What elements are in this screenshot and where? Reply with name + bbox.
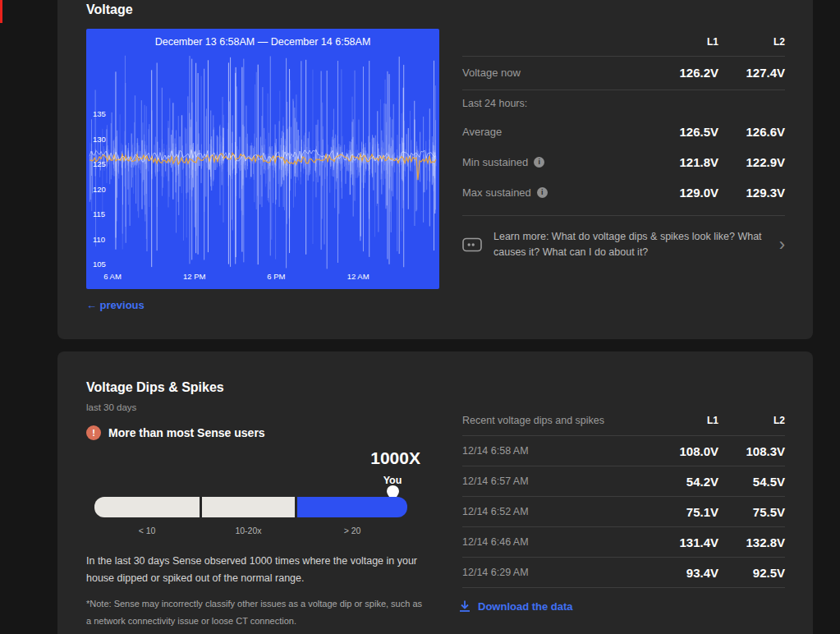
min-sustained-row: Min sustained i 121.8V 122.9V xyxy=(462,152,785,172)
range-label-high: > 20 xyxy=(297,526,407,535)
screen-edge-marker xyxy=(0,0,2,23)
voltage-now-label: Voltage now xyxy=(462,67,649,79)
svg-text:6 AM: 6 AM xyxy=(103,272,122,281)
dip-l1: 93.4V xyxy=(649,566,718,580)
download-data-link[interactable]: Download the data xyxy=(458,600,573,613)
l1-column-header: L1 xyxy=(649,415,718,426)
range-bar-segment xyxy=(94,497,200,517)
divider xyxy=(462,56,785,57)
min-sustained-label: Min sustained i xyxy=(462,156,649,168)
dip-row: 12/14 6:58 AM 108.0V 108.3V xyxy=(462,440,785,462)
divider xyxy=(462,435,785,436)
recent-dips-header-row: Recent voltage dips and spikes L1 L2 xyxy=(462,415,785,426)
recent-dips-header-label: Recent voltage dips and spikes xyxy=(462,415,649,426)
recent-dips-panel: Recent voltage dips and spikes L1 L2 12/… xyxy=(462,351,785,634)
dips-spikes-card: Voltage Dips & Spikes last 30 days ! Mor… xyxy=(57,351,813,634)
dip-l2: 54.5V xyxy=(718,475,785,489)
dip-time: 12/14 6:52 AM xyxy=(462,506,649,517)
svg-text:125: 125 xyxy=(93,159,106,168)
learn-more-text: Learn more: What do voltage dips & spike… xyxy=(493,229,768,261)
info-icon[interactable]: i xyxy=(534,157,544,168)
dip-row: 12/14 6:52 AM 75.1V 75.5V xyxy=(462,501,785,522)
last-24-hours-label: Last 24 hours: xyxy=(462,98,527,109)
dip-l1: 108.0V xyxy=(649,444,718,458)
previous-link[interactable]: ← previous xyxy=(86,299,145,311)
divider xyxy=(462,526,785,527)
dip-count-value: 1000X xyxy=(256,448,420,468)
learn-more-icon xyxy=(462,237,482,253)
divider xyxy=(462,215,785,216)
average-l2: 126.6V xyxy=(718,125,785,139)
learn-more-row[interactable]: Learn more: What do voltage dips & spike… xyxy=(462,229,785,261)
min-sustained-l1: 121.8V xyxy=(649,155,718,169)
range-bar-segment xyxy=(202,497,295,517)
l2-column-header: L2 xyxy=(718,415,785,426)
voltage-stats-panel: L1 L2 Voltage now 126.2V 127.4V Last 24 … xyxy=(462,0,785,339)
dips-note: *Note: Sense may incorrectly classify ot… xyxy=(86,595,427,630)
max-sustained-l1: 129.0V xyxy=(649,186,718,200)
dip-time: 12/14 6:29 AM xyxy=(462,567,649,578)
comparison-badge-text: More than most Sense users xyxy=(108,426,265,439)
dip-l1: 131.4V xyxy=(649,535,718,549)
warning-icon: ! xyxy=(86,425,101,440)
dips-card-subtitle: last 30 days xyxy=(86,402,136,412)
range-label-mid: 10-20x xyxy=(202,526,295,535)
svg-text:12 PM: 12 PM xyxy=(183,272,206,281)
min-sustained-label-text: Min sustained xyxy=(462,156,528,168)
voltage-card: Voltage December 13 6:58AM — December 14… xyxy=(57,0,813,339)
voltage-now-l1: 126.2V xyxy=(649,66,718,80)
max-sustained-l2: 129.3V xyxy=(718,186,785,200)
dip-l1: 54.2V xyxy=(649,475,718,489)
voltage-now-l2: 127.4V xyxy=(718,66,785,80)
voltage-now-row: Voltage now 126.2V 127.4V xyxy=(462,62,785,82)
l2-column-header: L2 xyxy=(718,36,785,48)
stats-header-row: L1 L2 xyxy=(462,36,785,48)
dip-l2: 108.3V xyxy=(718,444,785,458)
average-row: Average 126.5V 126.6V xyxy=(462,122,785,141)
voltage-card-title: Voltage xyxy=(86,2,133,17)
chevron-right-icon: › xyxy=(779,236,785,254)
divider xyxy=(462,90,785,90)
dip-l2: 75.5V xyxy=(718,505,785,519)
min-sustained-l2: 122.9V xyxy=(718,155,785,169)
voltage-chart[interactable]: December 13 6:58AM — December 14 6:58AM1… xyxy=(86,29,439,289)
divider xyxy=(462,557,785,558)
dips-card-title: Voltage Dips & Spikes xyxy=(86,380,224,395)
svg-text:December 13 6:58AM — December: December 13 6:58AM — December 14 6:58AM xyxy=(155,36,371,48)
dips-description: In the last 30 days Sense observed 1000 … xyxy=(86,553,427,589)
svg-text:105: 105 xyxy=(93,260,106,269)
dip-row: 12/14 6:29 AM 93.4V 92.5V xyxy=(462,562,785,583)
dip-l1: 75.1V xyxy=(649,505,718,519)
max-sustained-label-text: Max sustained xyxy=(462,186,531,199)
l1-column-header: L1 xyxy=(649,36,718,48)
page: Voltage December 13 6:58AM — December 14… xyxy=(0,0,840,634)
svg-text:110: 110 xyxy=(93,235,105,244)
dip-row: 12/14 6:57 AM 54.2V 54.5V xyxy=(462,471,785,492)
dip-time: 12/14 6:46 AM xyxy=(462,536,649,548)
max-sustained-label: Max sustained i xyxy=(462,186,649,199)
dip-l2: 132.8V xyxy=(718,535,785,549)
divider xyxy=(462,466,785,466)
svg-text:120: 120 xyxy=(93,185,106,194)
info-icon[interactable]: i xyxy=(537,187,548,198)
comparison-range-bar xyxy=(94,497,407,517)
divider xyxy=(462,496,785,497)
svg-text:6 PM: 6 PM xyxy=(267,272,285,281)
dip-row: 12/14 6:46 AM 131.4V 132.8V xyxy=(462,531,785,553)
comparison-badge-row: ! More than most Sense users xyxy=(86,425,265,440)
max-sustained-row: Max sustained i 129.0V 129.3V xyxy=(462,182,785,202)
download-icon xyxy=(458,600,471,613)
range-label-low: < 10 xyxy=(94,526,200,535)
download-data-label: Download the data xyxy=(478,600,573,613)
svg-text:115: 115 xyxy=(93,209,105,218)
dip-time: 12/14 6:57 AM xyxy=(462,476,649,487)
svg-text:135: 135 xyxy=(93,109,106,118)
svg-text:130: 130 xyxy=(93,135,106,144)
average-label: Average xyxy=(462,126,649,138)
average-l1: 126.5V xyxy=(649,125,718,139)
svg-text:12 AM: 12 AM xyxy=(347,272,370,281)
range-bar-segment xyxy=(297,497,407,517)
dip-time: 12/14 6:58 AM xyxy=(462,445,649,457)
divider xyxy=(462,587,785,588)
dip-l2: 92.5V xyxy=(718,566,785,580)
